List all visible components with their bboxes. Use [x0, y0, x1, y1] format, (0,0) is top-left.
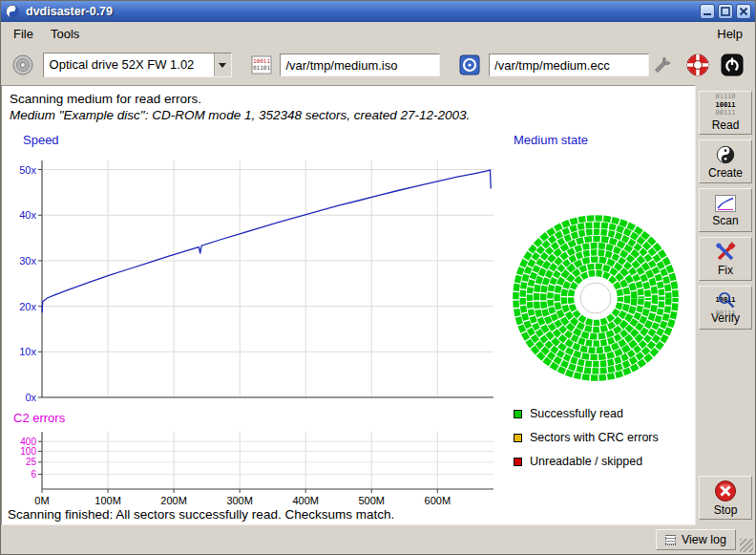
legend-item-success: Successfully read — [514, 407, 659, 420]
main-area: Scanning medium for read errors. Medium … — [1, 85, 696, 525]
iso-image-icon: 10011 01101 — [250, 53, 273, 76]
app-window: dvdisaster-0.79 File Tools Help Optical … — [0, 0, 756, 555]
drive-select-arrow-button[interactable] — [214, 53, 231, 76]
status-line-2: Medium "Example disc": CD-ROM mode 1, 35… — [10, 108, 470, 122]
minimize-button[interactable] — [700, 4, 715, 19]
svg-text:100M: 100M — [94, 495, 121, 506]
svg-text:600M: 600M — [425, 495, 452, 506]
unreadable-swatch-icon — [514, 458, 522, 466]
menu-tools[interactable]: Tools — [42, 24, 88, 44]
maximize-icon — [721, 7, 730, 16]
svg-text:0x: 0x — [25, 392, 36, 403]
resize-grip[interactable] — [740, 539, 753, 552]
c2-errors-chart: 0M100M200M300M400M500M600M400100256 — [6, 426, 496, 516]
view-log-label: View log — [682, 533, 726, 546]
minimize-icon — [703, 7, 712, 16]
legend-label: Unreadable / skipped — [530, 455, 642, 468]
scan-button-label: Scan — [712, 214, 738, 227]
fix-button-label: Fix — [718, 264, 733, 277]
menu-file[interactable]: File — [5, 24, 42, 44]
medium-state-title: Medium state — [514, 133, 588, 147]
speed-chart: 0x10x20x30x40x50x — [6, 151, 496, 409]
close-icon — [739, 7, 748, 16]
medium-state-legend: Successfully read Sectors with CRC error… — [514, 407, 659, 468]
success-swatch-icon — [514, 410, 522, 418]
iso-path-input[interactable] — [280, 53, 440, 76]
chevron-down-icon — [219, 63, 226, 68]
svg-text:300M: 300M — [226, 495, 253, 506]
help-button[interactable] — [683, 51, 711, 79]
ecc-file-icon — [458, 53, 481, 76]
binary-icon: 00111 — [715, 110, 735, 117]
stop-icon — [714, 480, 737, 502]
svg-text:6: 6 — [31, 469, 36, 480]
svg-text:30x: 30x — [19, 255, 36, 267]
view-log-button[interactable]: View log — [656, 529, 736, 550]
toolbar: Optical drive 52X FW 1.02 10011 01101 — [1, 45, 755, 85]
scan-result-status: Scanning finished: All sectors successfu… — [8, 507, 394, 522]
log-icon — [665, 535, 676, 545]
svg-text:40x: 40x — [19, 209, 36, 221]
preferences-button[interactable] — [649, 51, 677, 79]
legend-label: Successfully read — [530, 407, 623, 420]
status-line-1: Scanning medium for read errors. — [10, 92, 201, 106]
svg-text:50x: 50x — [19, 164, 36, 176]
menubar: File Tools Help — [1, 22, 755, 45]
app-icon — [5, 4, 20, 19]
binary-icon: 01110 — [715, 94, 735, 101]
binary-icon: 10011 — [715, 102, 735, 110]
ecc-path-input[interactable] — [489, 53, 649, 76]
svg-text:100: 100 — [20, 446, 36, 457]
magnifier-icon — [717, 290, 736, 310]
content-row: Scanning medium for read errors. Medium … — [1, 85, 755, 525]
lifebuoy-icon — [685, 53, 710, 77]
drive-select-value: Optical drive 52X FW 1.02 — [44, 53, 214, 76]
status-bar: View log — [1, 525, 755, 554]
create-button-label: Create — [708, 166, 743, 180]
c2-errors-chart-title: C2 errors — [13, 411, 65, 425]
yin-yang-icon — [715, 144, 736, 165]
repair-tools-icon — [715, 242, 736, 263]
speed-chart-title: Speed — [23, 133, 59, 147]
scan-button[interactable]: Scan — [699, 188, 752, 232]
crc-swatch-icon — [514, 434, 522, 442]
wrench-icon — [651, 53, 674, 76]
scan-chart-icon — [714, 194, 737, 213]
read-button[interactable]: 01110 10011 00111 Read — [699, 91, 752, 135]
power-icon — [721, 53, 744, 76]
verify-magnifier-icon: 10011 00111 — [711, 291, 740, 310]
quit-button[interactable] — [718, 51, 746, 79]
legend-item-crc: Sectors with CRC errors — [514, 431, 659, 444]
svg-text:20x: 20x — [19, 301, 36, 312]
svg-text:25: 25 — [26, 457, 37, 467]
svg-text:10x: 10x — [19, 346, 36, 357]
read-button-label: Read — [712, 118, 740, 132]
drive-select[interactable]: Optical drive 52X FW 1.02 — [43, 53, 232, 77]
drive-icon — [10, 53, 35, 77]
legend-label: Sectors with CRC errors — [530, 431, 659, 444]
stop-button-label: Stop — [714, 503, 738, 517]
action-sidebar: 01110 10011 00111 Read Create — [696, 85, 755, 525]
svg-text:500M: 500M — [358, 495, 385, 506]
maximize-button[interactable] — [718, 4, 733, 19]
verify-button[interactable]: 10011 00111 Verify — [699, 286, 752, 330]
menu-help[interactable]: Help — [708, 24, 751, 44]
create-button[interactable]: Create — [699, 139, 752, 183]
svg-text:10011: 10011 — [253, 57, 270, 64]
titlebar[interactable]: dvdisaster-0.79 — [1, 1, 755, 22]
stop-button[interactable]: Stop — [699, 476, 752, 520]
fix-button[interactable]: Fix — [699, 237, 752, 281]
svg-text:0M: 0M — [34, 495, 49, 506]
binary-icon: 00111 — [715, 310, 735, 317]
svg-text:400M: 400M — [292, 495, 319, 506]
window-title: dvdisaster-0.79 — [26, 5, 697, 18]
svg-text:01101: 01101 — [253, 64, 270, 71]
legend-item-unreadable: Unreadable / skipped — [514, 455, 659, 468]
svg-text:200M: 200M — [160, 495, 187, 506]
close-button[interactable] — [736, 4, 751, 19]
medium-state-disc — [508, 210, 683, 386]
